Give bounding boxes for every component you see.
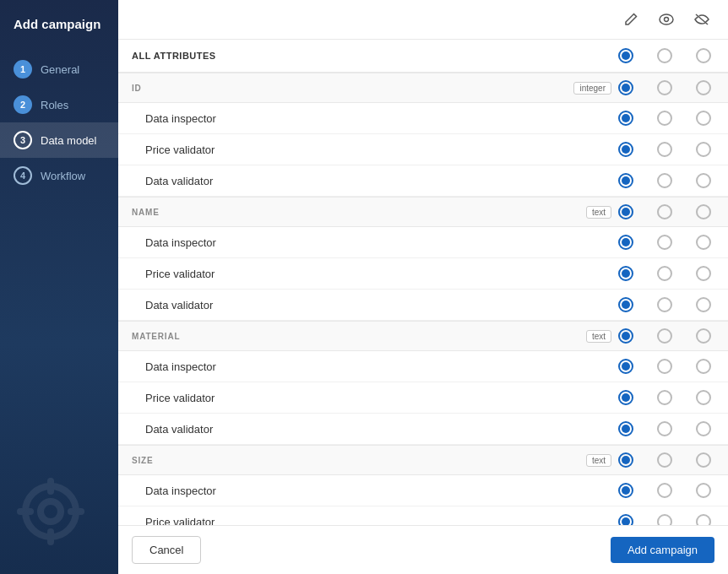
id-pv-radio-2[interactable] <box>657 142 672 157</box>
id-di-radio-2[interactable] <box>657 111 672 126</box>
sidebar-item-label-general: General <box>41 63 79 76</box>
name-radio-2[interactable] <box>657 204 672 219</box>
id-dv-radio-1[interactable] <box>618 173 633 188</box>
id-pv-radio-3[interactable] <box>696 142 711 157</box>
view-icon[interactable] <box>654 7 679 32</box>
sidebar-item-workflow[interactable]: 4 Workflow <box>0 158 118 193</box>
size-pv-radio-3[interactable] <box>696 514 711 525</box>
size-di-radio-3[interactable] <box>696 483 711 498</box>
name-dv-radio-2[interactable] <box>657 297 672 312</box>
name-pv-radio-3[interactable] <box>696 266 711 281</box>
all-attributes-label: ALL ATTRIBUTES <box>132 51 618 61</box>
material-pv-radio-3[interactable] <box>696 390 711 405</box>
sidebar-item-label-data-model: Data model <box>41 134 96 147</box>
size-pv-radio-group <box>618 514 714 525</box>
name-pv-radio-1[interactable] <box>618 266 633 281</box>
name-pv-radio-2[interactable] <box>657 266 672 281</box>
material-dv-radio-2[interactable] <box>657 421 672 436</box>
sidebar-item-label-workflow: Workflow <box>41 170 85 182</box>
size-di-radio-2[interactable] <box>657 483 672 498</box>
name-label: NAME <box>132 208 586 217</box>
id-radio-2[interactable] <box>657 80 672 95</box>
size-pv-label: Price validator <box>145 516 618 526</box>
material-radio-2[interactable] <box>657 328 672 344</box>
name-radio-1[interactable] <box>618 204 633 219</box>
id-data-inspector-label: Data inspector <box>145 112 618 125</box>
name-price-validator-row: Price validator <box>118 258 728 290</box>
name-dv-radio-1[interactable] <box>618 297 633 312</box>
all-attrs-radio-2[interactable] <box>657 48 672 63</box>
add-campaign-button[interactable]: Add campaign <box>611 537 714 563</box>
size-section-header: SIZE text <box>118 445 728 475</box>
material-data-validator-row: Data validator <box>118 414 728 445</box>
size-pv-radio-2[interactable] <box>657 514 672 525</box>
sidebar-item-general[interactable]: 1 General <box>0 51 118 87</box>
id-di-radio-3[interactable] <box>696 111 711 126</box>
material-di-label: Data inspector <box>145 360 618 373</box>
all-attrs-radio-3[interactable] <box>696 48 711 63</box>
name-di-radio-3[interactable] <box>696 235 711 250</box>
id-radio-3[interactable] <box>696 80 711 95</box>
material-di-radio-3[interactable] <box>696 359 711 374</box>
id-data-inspector-row: Data inspector <box>118 103 728 134</box>
id-di-radio-1[interactable] <box>618 111 633 126</box>
size-radio-3[interactable] <box>696 452 711 468</box>
table-area: ALL ATTRIBUTES ID integer Data inspector <box>118 40 728 525</box>
header-bar <box>118 0 728 40</box>
sidebar-title: Add campaign <box>0 17 118 51</box>
svg-point-6 <box>660 14 673 24</box>
size-radio-2[interactable] <box>657 452 672 468</box>
id-type-badge: integer <box>573 82 611 95</box>
material-dv-radio-3[interactable] <box>696 421 711 436</box>
svg-point-7 <box>665 18 669 22</box>
svg-rect-2 <box>47 478 54 495</box>
name-radio-3[interactable] <box>696 204 711 219</box>
size-type-badge: text <box>586 454 611 467</box>
svg-rect-3 <box>47 528 54 545</box>
material-pv-radio-1[interactable] <box>618 390 633 405</box>
sidebar-item-roles[interactable]: 2 Roles <box>0 87 118 122</box>
size-di-label: Data inspector <box>145 485 618 497</box>
name-dv-label: Data validator <box>145 299 618 311</box>
step-circle-2: 2 <box>14 95 32 114</box>
material-radio-1[interactable] <box>618 328 633 344</box>
material-di-radio-2[interactable] <box>657 359 672 374</box>
material-pv-radio-2[interactable] <box>657 390 672 405</box>
material-radio-3[interactable] <box>696 328 711 344</box>
id-dv-radio-3[interactable] <box>696 173 711 188</box>
size-radio-1[interactable] <box>618 452 633 468</box>
name-di-radio-2[interactable] <box>657 235 672 250</box>
edit-icon[interactable] <box>618 7 644 32</box>
cancel-button[interactable]: Cancel <box>132 536 201 564</box>
id-dv-radio-2[interactable] <box>657 173 672 188</box>
name-data-validator-row: Data validator <box>118 290 728 321</box>
material-pv-label: Price validator <box>145 392 618 404</box>
all-attrs-radio-1[interactable] <box>618 48 633 63</box>
main-content: ALL ATTRIBUTES ID integer Data inspector <box>118 0 728 574</box>
size-di-radio-1[interactable] <box>618 483 633 498</box>
material-di-radio-group <box>618 359 714 374</box>
id-radio-group <box>618 80 714 95</box>
id-pv-radio-1[interactable] <box>618 142 633 157</box>
material-price-validator-row: Price validator <box>118 382 728 414</box>
name-di-radio-1[interactable] <box>618 235 633 250</box>
name-data-inspector-row: Data inspector <box>118 227 728 258</box>
name-di-label: Data inspector <box>145 236 618 249</box>
material-dv-radio-group <box>618 421 714 436</box>
name-radio-group <box>618 204 714 219</box>
id-radio-1[interactable] <box>618 80 633 95</box>
size-pv-radio-1[interactable] <box>618 514 633 525</box>
id-data-validator-row: Data validator <box>118 165 728 197</box>
material-dv-radio-1[interactable] <box>618 421 633 436</box>
id-price-validator-label: Price validator <box>145 144 618 156</box>
footer: Cancel Add campaign <box>118 525 728 574</box>
id-dv-radio-group <box>618 173 714 188</box>
material-di-radio-1[interactable] <box>618 359 633 374</box>
name-dv-radio-3[interactable] <box>696 297 711 312</box>
id-data-validator-label: Data validator <box>145 175 618 187</box>
view-off-icon[interactable] <box>689 7 714 32</box>
sidebar-item-data-model[interactable]: 3 Data model <box>0 122 118 158</box>
step-circle-1: 1 <box>14 60 32 79</box>
material-radio-group <box>618 328 714 344</box>
material-label: MATERIAL <box>132 332 586 341</box>
